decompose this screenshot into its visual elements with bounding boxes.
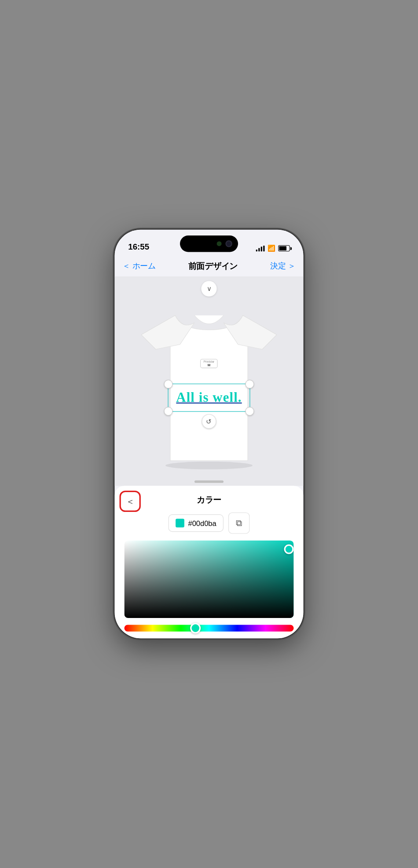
design-selection-box[interactable]: All is well. ↺	[168, 384, 250, 412]
handle-bottom-right[interactable]	[245, 407, 254, 416]
battery-icon	[278, 245, 290, 251]
design-text[interactable]: All is well.	[176, 390, 242, 405]
color-swatch	[176, 519, 184, 528]
phone-frame: 16:55 📶 ＜ ホーム 前面デザイン 決定 ＞ ∨	[115, 230, 304, 638]
handle-top-left[interactable]	[164, 380, 173, 389]
nav-bar: ＜ ホーム 前面デザイン 決定 ＞	[115, 256, 304, 277]
collapse-button-wrap: ∨	[115, 277, 304, 298]
wifi-icon: 📶	[268, 245, 275, 252]
gradient-brightness	[125, 541, 294, 618]
color-hex-input[interactable]: #00d0ba	[168, 515, 224, 532]
island-led	[217, 241, 222, 246]
color-picker-area[interactable]	[125, 541, 294, 618]
copy-icon: ⧉	[236, 518, 242, 528]
signal-icon	[256, 246, 265, 251]
panel-title: カラー	[125, 493, 294, 506]
scroll-bar	[194, 481, 224, 483]
color-hex-row: #00d0ba ⧉	[125, 512, 294, 533]
copy-button[interactable]: ⧉	[228, 512, 249, 533]
shirt-size-label: Printstar M	[200, 359, 218, 368]
collapse-button[interactable]: ∨	[201, 281, 216, 296]
design-overlay[interactable]: All is well. ↺	[168, 384, 250, 412]
scroll-indicator	[115, 478, 304, 486]
handle-bottom-left[interactable]	[164, 407, 173, 416]
chevron-left-icon: ＜	[126, 496, 135, 507]
tshirt-area: Printstar M All is well. ↺	[115, 298, 304, 478]
svg-point-0	[165, 462, 253, 470]
status-time: 16:55	[128, 242, 149, 252]
dynamic-island	[180, 235, 238, 252]
hue-slider[interactable]	[125, 625, 294, 631]
back-button-wrap: ＜	[120, 491, 141, 512]
tshirt-container: Printstar M All is well. ↺	[141, 306, 277, 471]
bottom-panel: ＜ カラー #00d0ba ⧉ キャンセル	[115, 486, 304, 639]
handle-top-right[interactable]	[245, 380, 254, 389]
page-title: 前面デザイン	[188, 261, 238, 272]
status-icons: 📶	[256, 245, 290, 252]
picker-cursor[interactable]	[284, 544, 294, 554]
chevron-down-icon: ∨	[207, 285, 212, 293]
island-camera	[225, 240, 232, 247]
panel-back-button[interactable]: ＜	[120, 491, 141, 512]
rotate-icon: ↺	[206, 418, 212, 426]
rotate-handle[interactable]: ↺	[202, 414, 216, 429]
back-button[interactable]: ＜ ホーム	[122, 261, 155, 271]
action-button[interactable]: 決定 ＞	[270, 261, 296, 271]
hue-thumb[interactable]	[190, 623, 201, 633]
hex-value: #00d0ba	[188, 519, 216, 527]
